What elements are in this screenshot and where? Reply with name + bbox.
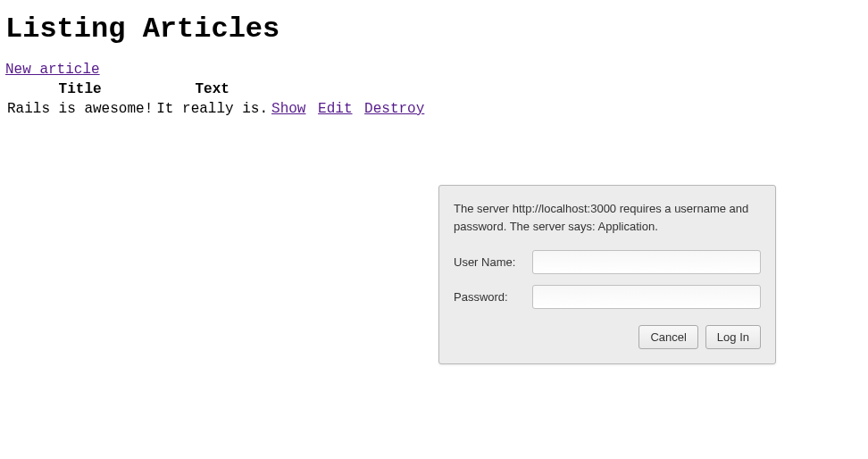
login-button[interactable]: Log In <box>705 325 761 349</box>
page-heading: Listing Articles <box>5 13 863 46</box>
username-input[interactable] <box>532 250 761 274</box>
col-header-text: Text <box>154 79 270 99</box>
new-article-link[interactable]: New article <box>5 62 100 78</box>
destroy-link[interactable]: Destroy <box>364 101 424 117</box>
cancel-button[interactable]: Cancel <box>638 325 697 349</box>
articles-table: Title Text Rails is awesome! It really i… <box>5 79 426 119</box>
table-row: Rails is awesome! It really is. Show Edi… <box>5 99 426 119</box>
username-label: User Name: <box>454 255 532 269</box>
cell-text: It really is. <box>154 99 270 119</box>
password-input[interactable] <box>532 285 761 309</box>
auth-dialog: The server http://localhost:3000 require… <box>438 185 776 364</box>
edit-link[interactable]: Edit <box>318 101 352 117</box>
col-header-title: Title <box>5 79 154 99</box>
show-link[interactable]: Show <box>271 101 305 117</box>
password-label: Password: <box>454 290 532 304</box>
cell-title: Rails is awesome! <box>5 99 154 119</box>
dialog-message: The server http://localhost:3000 require… <box>454 200 761 236</box>
